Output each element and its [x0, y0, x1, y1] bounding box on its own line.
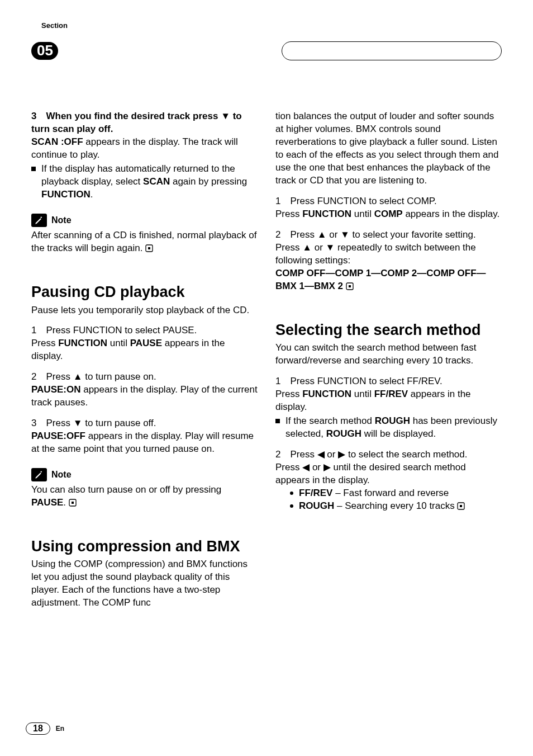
search-step-2-lead: 2 Press ◀ or ▶ to select the search meth… [275, 449, 467, 460]
chapter-number-badge: 05 [31, 42, 58, 60]
pencil-icon [31, 468, 47, 481]
comp-step-2-lead: 2 Press ▲ or ▼ to select your favorite s… [275, 229, 476, 240]
step-3-body: SCAN :OFF appears in the display. The tr… [31, 136, 258, 162]
bullet-dot-icon [290, 504, 293, 508]
pausing-intro: Pause lets you temporarily stop playback… [31, 304, 258, 317]
bullet-dot-icon [290, 492, 293, 495]
svg-rect-5 [349, 285, 351, 287]
search-step-1-bullet: If the search method ROUGH has been prev… [275, 415, 502, 441]
pause-step-1-lead: 1 Press FUNCTION to select PAUSE. [31, 325, 197, 336]
svg-rect-3 [72, 502, 74, 504]
note-1-text: After scanning of a CD is finished, norm… [31, 229, 258, 256]
svg-rect-7 [460, 505, 462, 507]
pause-step-2-lead: 2 Press ▲ to turn pause on. [31, 371, 156, 382]
step-3-bullet: If the display has automatically returne… [31, 163, 258, 201]
comp-intro-cont: tion balances the output of louder and s… [275, 110, 502, 187]
end-section-icon [457, 501, 465, 514]
note-heading-2: Note [31, 468, 258, 481]
list-item: FF/REV – Fast forward and reverse [290, 487, 502, 500]
search-intro: You can switch the search method between… [275, 342, 502, 367]
pause-step-3-lead: 3 Press ▼ to turn pause off. [31, 418, 156, 428]
note-heading: Note [31, 214, 258, 227]
comp-settings-list: COMP OFF—COMP 1—COMP 2—COMP OFF—BMX 1—BM… [275, 267, 502, 294]
language-code: En [56, 725, 64, 733]
svg-rect-1 [148, 247, 150, 249]
page-footer: 18 En [26, 722, 64, 735]
heading-comp-bmx: Using compression and BMX [31, 538, 258, 555]
end-section-icon [145, 243, 153, 256]
page-number: 18 [26, 722, 50, 735]
list-item: ROUGH – Searching every 10 tracks [290, 500, 502, 514]
comp-step-1-lead: 1 Press FUNCTION to select COMP. [275, 196, 437, 206]
section-label: Section [41, 21, 502, 30]
bullet-square-icon [31, 167, 36, 171]
search-step-1-body: Press FUNCTION until FF/REV appears in t… [275, 388, 502, 414]
search-step-2-body: Press ◀ or ▶ until the desired search me… [275, 461, 502, 487]
comp-intro: Using the COMP (compression) and BMX fun… [31, 558, 258, 609]
comp-step-1-body: Press FUNCTION until COMP appears in the… [275, 208, 502, 221]
chapter-header: 05 Built-in CD Player [31, 31, 502, 71]
pause-step-3-body: PAUSE:OFF appears in the display. Play w… [31, 430, 258, 456]
comp-step-2-body: Press ▲ or ▼ repeatedly to switch betwee… [275, 242, 502, 267]
pause-step-2-body: PAUSE:ON appears in the display. Play of… [31, 384, 258, 409]
search-step-1-lead: 1 Press FUNCTION to select FF/REV. [275, 376, 442, 386]
note-label: Note [51, 214, 72, 226]
right-column: tion balances the output of louder and s… [275, 110, 502, 609]
note-2-text: You can also turn pause on or off by pre… [31, 484, 258, 511]
end-section-icon [346, 281, 354, 294]
header-pill-right [282, 41, 502, 60]
heading-search-method: Selecting the search method [275, 322, 502, 339]
left-column: 3 When you find the desired track press … [31, 110, 258, 609]
heading-pausing: Pausing CD playback [31, 284, 258, 301]
chapter-title: Built-in CD Player [54, 31, 274, 71]
step-3-lead: 3 When you find the desired track press … [31, 111, 242, 134]
bullet-square-icon [275, 419, 280, 423]
pause-step-1-body: Press FUNCTION until PAUSE appears in th… [31, 337, 258, 363]
pencil-icon [31, 214, 47, 227]
note-label: Note [51, 469, 72, 481]
end-section-icon [69, 498, 77, 511]
